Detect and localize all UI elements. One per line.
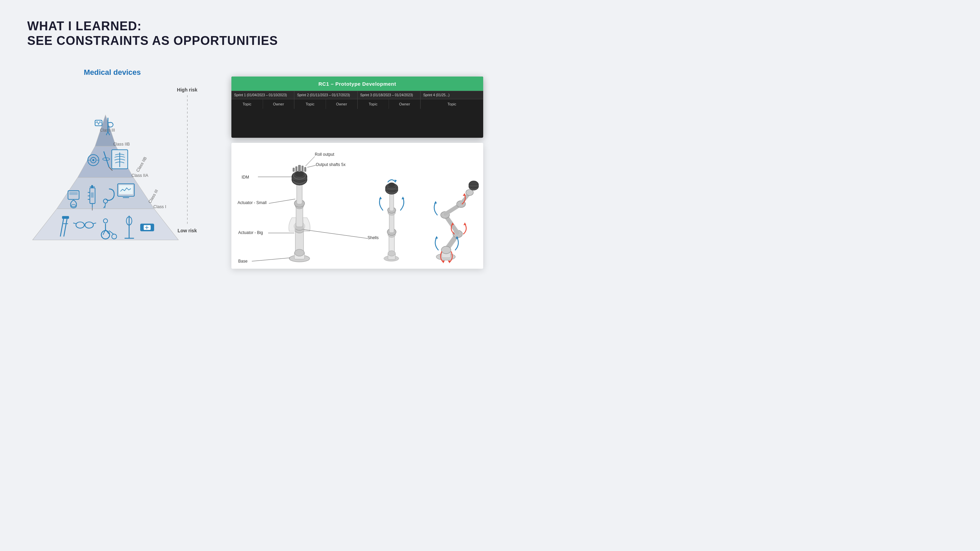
high-risk-label: High risk [177,87,197,92]
sprint-3-cols: Topic Owner [358,99,420,109]
sprint-4-cols: Topic [421,99,483,109]
gantt-header: RC1 – Prototype Development [231,76,483,91]
pyramid-visual: High risk Low risk Class III Class IIB C… [17,80,194,247]
svg-rect-45 [91,185,93,188]
main-title: WHAT I LEARNED: SEE CONSTRAINTS AS OPPOR… [27,19,278,48]
pyramid-title: Medical devices [30,68,194,77]
pyramid-section: Medical devices High risk Low risk Class… [17,68,194,252]
sprint-4-label: Sprint 4 (01/25...) [421,91,483,99]
svg-point-102 [388,183,395,187]
svg-point-120 [466,189,473,195]
pyramid-svg: Class III Class IIB Class I Class IIA Cl… [17,80,194,247]
svg-rect-94 [389,213,394,233]
svg-rect-43 [91,192,94,198]
svg-rect-97 [390,193,394,211]
svg-text:Class I: Class I [153,205,166,209]
sprint-4: Sprint 4 (01/25...) Topic [421,91,483,109]
svg-rect-83 [298,165,301,172]
svg-rect-77 [297,184,302,204]
sprint-1-label: Sprint 1 (01/04/2023 – 01/10/2023) [231,91,294,99]
sprint-1: Sprint 1 (01/04/2023 – 01/10/2023) Topic… [231,91,294,109]
sprint-3: Sprint 3 (01/18/2023 – 01/24/2023) Topic… [358,91,421,109]
sprint-4-topic-col: Topic [421,99,483,109]
sprint-3-owner-col: Owner [389,99,420,109]
svg-rect-86 [304,167,306,172]
svg-point-110 [441,246,451,254]
sprint-1-cols: Topic Owner [231,99,294,109]
actuator-small-label: Actuator - Small [237,200,266,205]
svg-rect-84 [301,166,304,172]
gantt-section: RC1 – Prototype Development Sprint 1 (01… [231,76,483,138]
svg-rect-87 [293,168,295,172]
robot-section: Roll output IDM Output shafts 5x Actuato… [231,143,483,269]
actuator-big-label: Actuator - Big [238,230,263,235]
gantt-sprints-row: Sprint 1 (01/04/2023 – 01/10/2023) Topic… [231,91,483,109]
robot-svg: Roll output IDM Output shafts 5x Actuato… [231,143,483,269]
svg-point-55 [92,159,94,161]
risk-axis: High risk Low risk [177,87,197,233]
shells-label: Shells [368,235,379,240]
svg-text:Class IIA: Class IIA [132,173,149,178]
sprint-2: Sprint 2 (01/11/2023 – 01/17/2023) Topic… [294,91,357,109]
output-shafts-label: Output shafts 5x [316,162,345,167]
svg-rect-85 [295,166,298,172]
sprint-3-topic-col: Topic [358,99,389,109]
sprint-2-label: Sprint 2 (01/11/2023 – 01/17/2023) [294,91,357,99]
bandaid-icon [140,224,154,231]
low-risk-label: Low risk [178,228,197,233]
risk-axis-line [187,95,188,225]
svg-point-82 [295,171,304,177]
robot-diagram: Roll output IDM Output shafts 5x Actuato… [231,143,483,269]
sprint-2-cols: Topic Owner [294,99,357,109]
sprint-3-label: Sprint 3 (01/18/2023 – 01/24/2023) [358,91,420,99]
sprint-2-owner-col: Owner [326,99,357,109]
base-label: Base [238,259,248,264]
svg-rect-13 [62,216,69,219]
svg-point-72 [295,249,304,256]
svg-text:Class III: Class III [147,189,159,204]
pacemaker-icon [95,120,102,125]
sprint-2-topic-col: Topic [294,99,326,109]
title-line1: WHAT I LEARNED: [27,19,278,33]
xray-icon [111,150,127,169]
svg-text:Class IIB: Class IIB [135,156,148,173]
svg-point-92 [388,251,395,256]
sprint-1-topic-col: Topic [231,99,263,109]
svg-rect-50 [119,185,133,194]
idm-label: IDM [242,175,249,179]
svg-rect-123 [469,185,479,187]
roll-output-label: Roll output [315,152,334,157]
title-line2: SEE CONSTRAINTS AS OPPORTUNITIES [27,33,278,48]
svg-text:Class IIB: Class IIB [113,142,130,147]
sprint-1-owner-col: Owner [263,99,294,109]
svg-rect-35 [69,192,78,195]
